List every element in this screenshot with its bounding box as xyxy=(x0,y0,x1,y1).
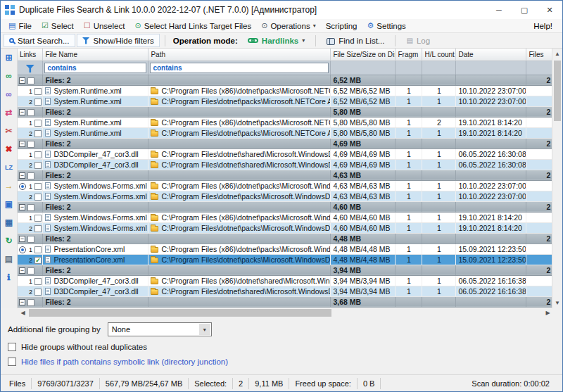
scroll-up-arrow[interactable]: ▲ xyxy=(552,49,562,59)
file-row[interactable]: 1PresentationCore.xmlC:\Program Files (x… xyxy=(18,244,552,254)
file-row[interactable]: 2System.Runtime.xmlC:\Program Files\dotn… xyxy=(18,96,552,106)
move-files-button[interactable]: → xyxy=(1,179,15,191)
group-select-checkbox[interactable] xyxy=(27,141,34,148)
column-header-files[interactable]: Files xyxy=(526,49,552,61)
size-filter-cell[interactable] xyxy=(331,61,396,75)
group-header-row[interactable]: −Files: 24,48 MB2 xyxy=(18,233,552,244)
maximize-button[interactable]: ▢ xyxy=(512,1,537,19)
column-header-date[interactable]: Date xyxy=(456,49,526,61)
group-select-checkbox[interactable] xyxy=(27,236,34,243)
file-select-checkbox[interactable] xyxy=(34,120,42,127)
file-row[interactable]: 2System.Runtime.xmlC:\Program Files\dotn… xyxy=(18,127,552,138)
file-row[interactable]: 1System.Runtime.xmlC:\Program Files (x86… xyxy=(18,85,552,96)
vertical-scrollbar[interactable]: ▲ ▼ xyxy=(552,49,562,308)
file-select-checkbox[interactable] xyxy=(34,88,42,95)
hide-groups-checkbox[interactable] xyxy=(8,343,16,351)
path-filter-input[interactable]: contains xyxy=(148,61,331,75)
show-hide-filters-button[interactable]: Show/Hide filters xyxy=(77,34,160,47)
file-row[interactable]: 1D3DCompiler_47_cor3.dllC:\Program Files… xyxy=(18,275,552,286)
group-select-checkbox[interactable] xyxy=(27,172,34,179)
file-select-checkbox[interactable] xyxy=(34,130,42,137)
file-row[interactable]: 2System.Windows.Forms.xmlC:\Program File… xyxy=(18,222,552,233)
date-filter-cell[interactable] xyxy=(456,61,526,75)
column-header-hl-count[interactable]: H/L count xyxy=(422,49,456,61)
save-results-button[interactable]: ▦ xyxy=(1,216,15,228)
group-header-row[interactable]: −Files: 24,60 MB2 xyxy=(18,201,552,212)
collapse-group-toggle[interactable]: − xyxy=(19,299,25,305)
menu-item-file[interactable]: ▤File xyxy=(4,20,37,32)
column-header-fragm[interactable]: Fragm xyxy=(396,49,422,61)
column-header-size[interactable]: File Size/Size on Disk xyxy=(331,49,396,61)
delete-files-button[interactable]: ✖ xyxy=(1,143,15,155)
fragm-filter-cell[interactable] xyxy=(396,61,422,75)
group-select-checkbox[interactable] xyxy=(27,109,34,116)
create-symlinks-button[interactable]: ∞ xyxy=(1,88,15,100)
group-header-row[interactable]: −Files: 23,94 MB2 xyxy=(18,265,552,275)
menu-item-unselect[interactable]: ☐Unselect xyxy=(79,20,130,32)
group-select-checkbox[interactable] xyxy=(27,267,34,274)
file-select-checkbox[interactable] xyxy=(34,151,42,158)
grouping-select-arrow-icon[interactable]: ▼ xyxy=(199,324,210,335)
hl-count-filter-cell[interactable] xyxy=(422,61,456,75)
lz-compress-button[interactable]: LZ xyxy=(1,161,15,173)
group-header-row[interactable]: −Files: 24,63 MB2 xyxy=(18,170,552,180)
vertical-scroll-thumb[interactable] xyxy=(554,61,561,121)
group-header-row[interactable]: −Files: 24,69 MB2 xyxy=(18,138,552,148)
group-select-checkbox[interactable] xyxy=(27,77,34,84)
file-row[interactable]: 1System.Windows.Forms.xmlC:\Program File… xyxy=(18,180,552,191)
minimize-button[interactable]: ─ xyxy=(486,1,512,19)
start-search-button[interactable]: Start Search... xyxy=(4,34,75,47)
group-header-row[interactable]: −Files: 25,80 MB2 xyxy=(18,106,552,117)
grouping-select[interactable]: None ▼ xyxy=(108,322,212,336)
column-header-path[interactable]: Path xyxy=(148,49,331,61)
collapse-group-toggle[interactable]: − xyxy=(19,236,25,242)
scroll-right-arrow[interactable]: ▶ xyxy=(543,308,553,317)
collapse-group-toggle[interactable]: − xyxy=(19,141,25,147)
file-row[interactable]: 2D3DCompiler_47_cor3.dllC:\Program Files… xyxy=(18,159,552,170)
file-row[interactable]: 1System.Windows.Forms.xmlC:\Program File… xyxy=(18,212,552,222)
horizontal-scrollbar[interactable]: ◀ ▶ xyxy=(18,308,553,317)
collapse-group-toggle[interactable]: − xyxy=(19,267,25,274)
file-select-checkbox[interactable] xyxy=(34,162,42,169)
file-row[interactable]: 2D3DCompiler_47_cor3.dllC:\Program Files… xyxy=(18,286,552,296)
menu-item-select[interactable]: ☑Select xyxy=(37,20,79,32)
replace-with-links-button[interactable]: ⇄ xyxy=(1,106,15,118)
collapse-group-toggle[interactable]: − xyxy=(19,172,25,179)
copy-files-button[interactable]: ▣ xyxy=(1,198,15,210)
filename-filter-input[interactable]: contains xyxy=(43,61,148,75)
links-filter-cell[interactable] xyxy=(18,61,43,75)
log-button[interactable]: ▤ Log xyxy=(400,34,436,47)
file-row[interactable]: 1System.Runtime.xmlC:\Program Files (x86… xyxy=(18,117,552,127)
menu-item-operations[interactable]: ⊙Operations▾ xyxy=(256,20,321,32)
hide-symlink-checkbox[interactable] xyxy=(8,358,16,366)
file-row[interactable]: 2✓PresentationCore.xmlC:\Program Files\d… xyxy=(18,254,552,265)
file-select-checkbox[interactable]: ✓ xyxy=(34,257,42,264)
column-header-links[interactable]: Links xyxy=(18,49,43,61)
collapse-group-toggle[interactable]: − xyxy=(19,77,25,84)
menu-item-settings[interactable]: ⚙Settings xyxy=(362,20,410,32)
collapse-group-toggle[interactable]: − xyxy=(19,204,25,210)
file-select-checkbox[interactable] xyxy=(34,225,42,232)
cut-button[interactable]: ✂ xyxy=(1,125,15,137)
scroll-left-arrow[interactable]: ◀ xyxy=(18,308,28,317)
file-select-checkbox[interactable] xyxy=(34,194,42,201)
collapse-group-toggle[interactable]: − xyxy=(19,109,25,115)
files-filter-cell[interactable] xyxy=(526,61,552,75)
column-header-file-name[interactable]: File Name xyxy=(43,49,148,61)
group-header-row[interactable]: −Files: 26,52 MB2 xyxy=(18,75,552,85)
menu-item-select-hardlinks-targets[interactable]: ⊙Select Hard Links Target Files xyxy=(129,20,256,32)
close-button[interactable]: ✕ xyxy=(537,1,562,19)
file-select-checkbox[interactable] xyxy=(34,215,42,222)
file-select-checkbox[interactable] xyxy=(34,289,42,296)
file-select-checkbox[interactable] xyxy=(34,246,42,253)
group-select-checkbox[interactable] xyxy=(27,299,34,306)
info-button[interactable]: ℹ xyxy=(1,271,15,283)
menu-item-scripting[interactable]: Scripting xyxy=(321,20,362,32)
menu-help[interactable]: Help! xyxy=(526,22,559,30)
file-row[interactable]: 2System.Windows.Forms.xmlC:\Program File… xyxy=(18,191,552,201)
report-button[interactable]: ▤ xyxy=(1,253,15,265)
group-header-row[interactable]: −Files: 23,68 MB2 xyxy=(18,296,552,307)
refresh-button[interactable]: ↻ xyxy=(1,234,15,246)
scroll-down-arrow[interactable]: ▼ xyxy=(552,298,562,308)
operation-mode-dropdown[interactable]: Hardlinks ▾ xyxy=(242,34,310,47)
